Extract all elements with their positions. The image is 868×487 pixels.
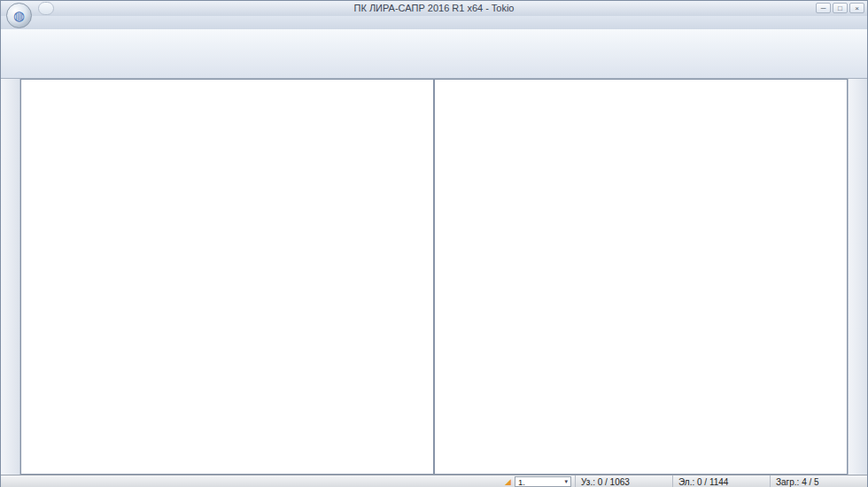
ribbon-tab-row — [1, 16, 867, 29]
window-controls: ─ □ × — [816, 3, 864, 13]
close-button[interactable]: × — [849, 3, 864, 13]
quick-access-toolbar — [38, 2, 54, 15]
chevron-down-icon: ▾ — [564, 479, 568, 484]
minimize-button[interactable]: ─ — [816, 3, 831, 13]
application-window: ◍ ПК ЛИРА-САПР 2016 R1 x64 - Tokio ─ □ ×… — [0, 0, 868, 487]
mdi-area — [1, 79, 867, 475]
title-bar: ◍ ПК ЛИРА-САПР 2016 R1 x64 - Tokio ─ □ × — [1, 1, 867, 16]
maximize-button[interactable]: □ — [833, 3, 848, 13]
loadcase-value: 1. — [518, 477, 525, 487]
right-view-toolbar — [848, 79, 867, 475]
nodes-count: Уз.: 0 / 1063 — [575, 475, 672, 487]
elements-count: Эл.: 0 / 1144 — [672, 475, 770, 487]
left-view-toolbar — [1, 79, 20, 475]
wand-icon[interactable]: ◢ — [501, 477, 515, 486]
status-bar: ◢ 1. ▾ Уз.: 0 / 1063 Эл.: 0 / 1144 Загр.… — [1, 475, 867, 487]
app-title: ПК ЛИРА-САПР 2016 R1 x64 - Tokio — [222, 3, 646, 13]
app-menu-button[interactable]: ◍ — [6, 3, 32, 28]
loadcase-selector[interactable]: 1. ▾ — [515, 476, 571, 487]
ribbon — [1, 29, 867, 79]
child-window-1 — [20, 79, 434, 475]
lira-logo-icon: ◍ — [13, 8, 25, 24]
child-window-2 — [434, 79, 848, 475]
loads-count: Загр.: 4 / 5 — [770, 475, 867, 487]
